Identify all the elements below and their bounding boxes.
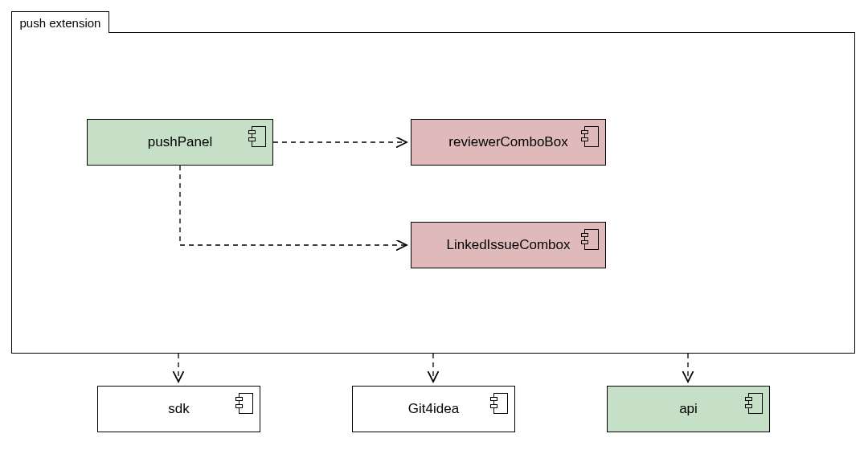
package-tab: push extension	[11, 11, 110, 33]
component-git4idea: Git4idea	[352, 386, 515, 432]
package-label: push extension	[20, 16, 101, 30]
component-icon	[490, 393, 508, 414]
component-api: api	[607, 386, 770, 432]
component-icon	[745, 393, 763, 414]
component-icon	[248, 126, 266, 147]
component-icon	[581, 126, 599, 147]
component-linked-issue-combox: LinkedIssueCombox	[411, 222, 606, 268]
component-icon	[235, 393, 253, 414]
component-label: LinkedIssueCombox	[446, 237, 570, 253]
component-push-panel: pushPanel	[87, 119, 273, 166]
component-label: Git4idea	[408, 401, 459, 417]
component-reviewer-combobox: reviewerComboBox	[411, 119, 606, 166]
package-push-extension: push extension	[11, 32, 855, 354]
component-icon	[581, 229, 599, 250]
component-label: pushPanel	[148, 134, 212, 150]
component-label: reviewerComboBox	[448, 134, 567, 150]
component-sdk: sdk	[97, 386, 260, 432]
component-label: api	[679, 401, 698, 417]
component-label: sdk	[168, 401, 189, 417]
